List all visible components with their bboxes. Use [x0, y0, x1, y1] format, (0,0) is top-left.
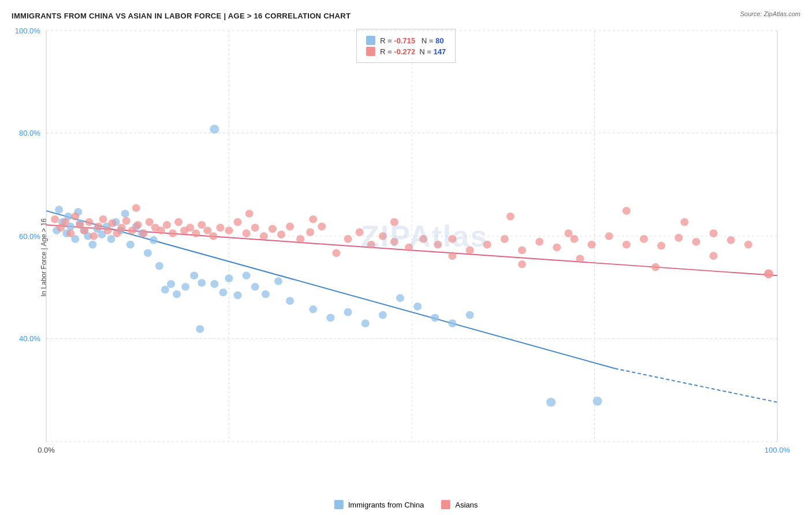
svg-point-75	[61, 218, 69, 226]
svg-point-131	[535, 238, 543, 246]
svg-point-46	[167, 280, 175, 288]
svg-point-132	[553, 244, 561, 252]
svg-point-149	[564, 229, 572, 237]
svg-point-99	[132, 204, 140, 212]
svg-point-155	[651, 263, 660, 271]
svg-point-79	[80, 226, 88, 234]
svg-point-41	[210, 125, 219, 134]
svg-point-137	[640, 235, 648, 243]
svg-text:40.0%: 40.0%	[19, 335, 40, 344]
svg-point-50	[198, 279, 206, 287]
svg-point-147	[390, 218, 398, 226]
svg-point-63	[344, 308, 352, 316]
svg-point-100	[186, 224, 194, 232]
source-label: Source: ZipAtlas.com	[740, 10, 800, 17]
svg-point-84	[103, 226, 111, 234]
svg-point-113	[286, 223, 294, 231]
svg-point-51	[196, 325, 204, 333]
svg-point-49	[190, 271, 198, 279]
svg-point-85	[109, 219, 117, 227]
svg-point-102	[198, 221, 206, 229]
svg-point-141	[709, 229, 717, 237]
svg-point-114	[296, 235, 304, 243]
svg-point-101	[192, 229, 200, 237]
svg-point-106	[225, 226, 233, 234]
svg-point-105	[216, 224, 224, 232]
chart-container: IMMIGRANTS FROM CHINA VS ASIAN IN LABOR …	[0, 0, 812, 515]
svg-point-92	[146, 218, 154, 226]
svg-point-128	[483, 241, 491, 249]
svg-point-90	[134, 221, 142, 229]
svg-point-81	[90, 232, 98, 240]
svg-point-121	[379, 232, 387, 240]
svg-point-66	[396, 294, 404, 302]
bottom-legend-label-asians: Asians	[455, 501, 478, 509]
svg-point-111	[269, 225, 277, 233]
svg-point-135	[605, 232, 613, 240]
svg-point-152	[448, 252, 456, 260]
svg-point-77	[71, 212, 79, 221]
svg-point-47	[173, 290, 181, 298]
svg-point-70	[465, 311, 474, 319]
svg-point-143	[744, 241, 753, 249]
svg-point-42	[144, 249, 152, 257]
svg-point-65	[379, 311, 387, 319]
svg-point-140	[692, 238, 700, 246]
svg-point-59	[274, 277, 282, 285]
svg-point-138	[657, 242, 665, 250]
bottom-legend-item-1: Immigrants from China	[334, 500, 424, 509]
svg-point-58	[262, 290, 270, 298]
svg-point-82	[94, 223, 102, 231]
svg-point-34	[121, 210, 129, 218]
svg-point-72	[593, 397, 602, 406]
bottom-legend-item-2: Asians	[441, 500, 478, 509]
bottom-legend: Immigrants from China Asians	[334, 500, 478, 509]
svg-point-122	[390, 238, 398, 246]
svg-point-125	[434, 241, 442, 249]
svg-point-103	[203, 226, 211, 234]
bottom-swatch-china	[334, 500, 344, 509]
svg-point-130	[518, 247, 526, 255]
svg-point-154	[576, 255, 584, 263]
svg-point-94	[157, 226, 165, 234]
svg-point-91	[140, 229, 148, 237]
chart-title: IMMIGRANTS FROM CHINA VS ASIAN IN LABOR …	[12, 12, 800, 20]
svg-point-107	[234, 218, 242, 226]
svg-point-108	[243, 229, 251, 237]
svg-text:0.0%: 0.0%	[38, 446, 55, 455]
svg-point-62	[326, 314, 334, 322]
svg-text:60.0%: 60.0%	[19, 232, 40, 241]
svg-point-67	[414, 303, 422, 311]
svg-point-44	[155, 262, 163, 270]
svg-point-57	[251, 283, 259, 291]
svg-line-16	[46, 211, 615, 368]
chart-svg: 100.0% 80.0% 60.0% 40.0% 0.0% 100.0%	[46, 31, 777, 442]
svg-point-53	[219, 289, 227, 297]
svg-point-115	[306, 228, 314, 236]
svg-point-145	[245, 210, 254, 218]
svg-point-76	[66, 229, 75, 237]
svg-point-56	[243, 271, 251, 279]
svg-text:80.0%: 80.0%	[19, 129, 40, 138]
svg-point-110	[260, 232, 268, 240]
svg-point-96	[169, 229, 177, 237]
svg-point-139	[675, 234, 683, 242]
svg-point-133	[570, 235, 578, 243]
svg-point-142	[727, 236, 735, 244]
svg-point-60	[286, 297, 294, 305]
svg-point-45	[161, 286, 169, 294]
svg-point-69	[448, 319, 456, 327]
svg-point-48	[181, 283, 189, 291]
svg-point-148	[506, 212, 515, 221]
bottom-swatch-asians	[441, 500, 450, 509]
svg-point-118	[344, 235, 352, 243]
svg-point-104	[209, 232, 217, 240]
svg-point-52	[210, 280, 218, 288]
svg-point-146	[309, 215, 317, 223]
svg-point-71	[546, 398, 556, 407]
svg-point-116	[318, 223, 326, 231]
svg-point-126	[448, 235, 456, 243]
svg-point-83	[99, 215, 107, 223]
svg-point-117	[332, 249, 340, 257]
svg-text:100.0%: 100.0%	[15, 27, 40, 35]
